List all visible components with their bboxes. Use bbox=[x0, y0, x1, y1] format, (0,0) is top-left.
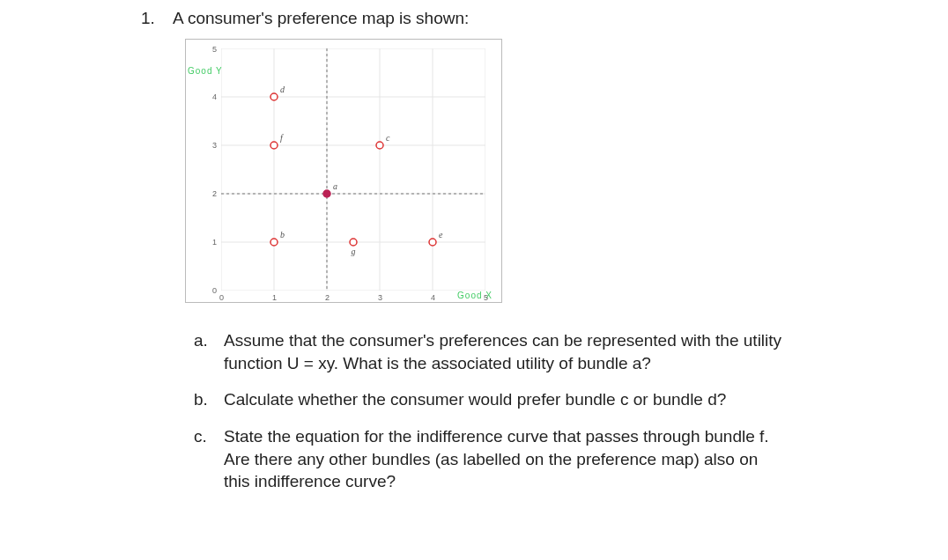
point-d: d bbox=[270, 85, 285, 100]
page: 1. A consumer's preference map is shown:… bbox=[0, 0, 948, 525]
xtick-1: 1 bbox=[272, 293, 277, 302]
plot-svg: abcdefg bbox=[221, 48, 485, 291]
y-axis-label: Good Y bbox=[188, 66, 223, 76]
sub-b-number: b. bbox=[194, 388, 213, 411]
point-e: e bbox=[429, 230, 443, 246]
question-intro: A consumer's preference map is shown: bbox=[173, 9, 469, 28]
xtick-5: 5 bbox=[484, 293, 488, 302]
xtick-3: 3 bbox=[378, 293, 382, 302]
xtick-4: 4 bbox=[431, 293, 435, 302]
svg-point-16 bbox=[270, 239, 278, 246]
xtick-2: 2 bbox=[325, 293, 330, 302]
point-c: c bbox=[376, 133, 390, 149]
svg-text:a: a bbox=[333, 181, 337, 191]
sub-a: a. Assume that the consumer's preference… bbox=[194, 329, 913, 374]
sub-b: b. Calculate whether the consumer would … bbox=[194, 388, 913, 411]
sub-c-text: State the equation for the indifference … bbox=[224, 425, 788, 493]
preference-map-chart: Good Y Good X 0 1 2 3 4 5 0 1 2 3 4 5 ab… bbox=[185, 39, 502, 303]
point-b: b bbox=[270, 230, 285, 246]
sub-c: c. State the equation for the indifferen… bbox=[194, 425, 913, 493]
svg-point-14 bbox=[323, 190, 330, 197]
svg-point-20 bbox=[270, 93, 278, 100]
ytick-5: 5 bbox=[212, 45, 217, 54]
sub-c-number: c. bbox=[194, 425, 213, 493]
svg-text:d: d bbox=[280, 85, 285, 94]
sub-a-text: Assume that the consumer's preferences c… bbox=[224, 329, 788, 374]
svg-text:g: g bbox=[352, 247, 356, 256]
svg-point-18 bbox=[376, 142, 383, 149]
svg-text:f: f bbox=[280, 133, 284, 143]
point-g: g bbox=[350, 239, 357, 256]
point-a: a bbox=[323, 181, 337, 197]
question-number: 1. bbox=[141, 9, 160, 28]
point-f: f bbox=[270, 133, 284, 149]
xtick-0: 0 bbox=[219, 293, 224, 302]
svg-text:e: e bbox=[439, 230, 443, 239]
svg-point-22 bbox=[429, 239, 436, 246]
sub-questions: a. Assume that the consumer's preference… bbox=[141, 329, 913, 493]
ytick-1: 1 bbox=[212, 238, 217, 247]
sub-b-text: Calculate whether the consumer would pre… bbox=[224, 388, 726, 411]
svg-point-24 bbox=[270, 142, 278, 149]
ytick-0: 0 bbox=[212, 286, 217, 295]
ytick-2: 2 bbox=[212, 189, 217, 198]
sub-a-number: a. bbox=[194, 329, 213, 374]
svg-point-26 bbox=[350, 239, 357, 246]
question-row: 1. A consumer's preference map is shown: bbox=[141, 9, 913, 28]
svg-text:c: c bbox=[386, 133, 390, 143]
ytick-3: 3 bbox=[212, 141, 217, 150]
ytick-4: 4 bbox=[212, 92, 217, 101]
svg-text:b: b bbox=[280, 230, 285, 239]
